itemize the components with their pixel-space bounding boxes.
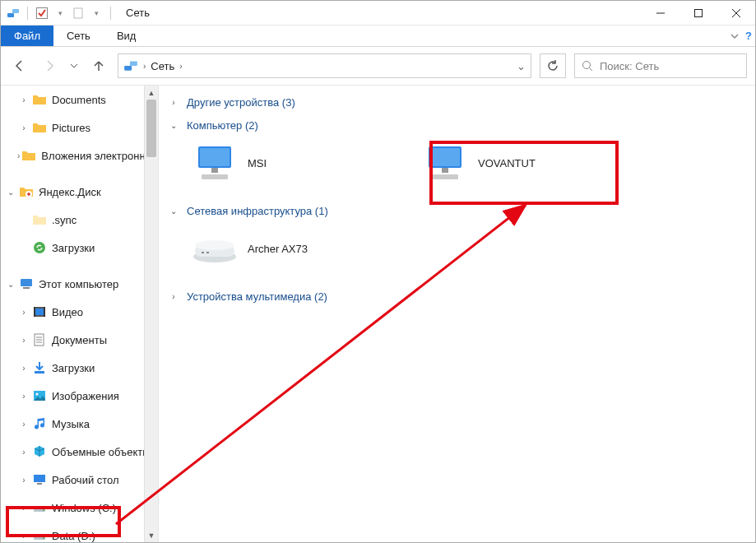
annotation-overlay <box>1 1 756 543</box>
svg-line-51 <box>116 205 526 524</box>
explorer-window: ▾ ▾ Сеть Файл Сеть Вид ? <box>0 0 756 543</box>
